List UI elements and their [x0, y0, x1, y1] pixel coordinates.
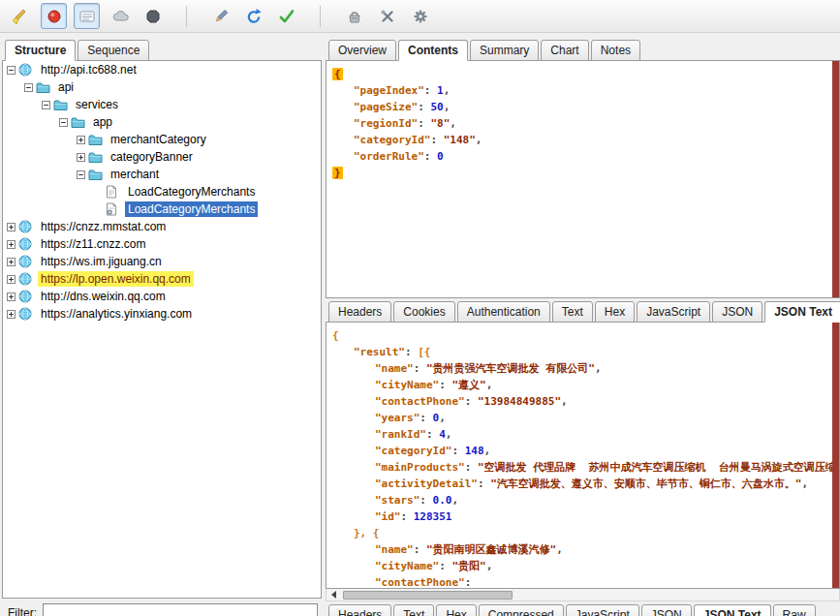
tree-row[interactable]: https://analytics.yinxiang.com [3, 305, 321, 323]
record-button[interactable] [41, 3, 67, 29]
folder-icon [88, 133, 105, 147]
collapse-icon[interactable] [77, 170, 88, 179]
filter-input[interactable] [43, 603, 318, 616]
json-line: "name": "贵州贵强汽车空调批发 有限公司", [327, 360, 839, 377]
tree-label[interactable]: http://dns.weixin.qq.com [38, 289, 169, 304]
scroll-left-button[interactable] [327, 589, 340, 601]
expand-icon[interactable] [77, 136, 88, 144]
doc-gear-icon [106, 202, 122, 217]
json-line: } [327, 165, 839, 181]
validate-button[interactable] [273, 3, 299, 29]
tree-label[interactable]: https://analytics.yinxiang.com [38, 306, 195, 322]
expand-icon[interactable] [7, 258, 18, 266]
tree-label[interactable]: https://z11.cnzz.com [38, 236, 149, 252]
preferences-button[interactable] [407, 3, 433, 29]
response-tab-headers[interactable]: Headers [328, 604, 391, 616]
tree-label[interactable]: http://api.tc688.net [38, 62, 140, 77]
json-line: "id": 128351 [327, 508, 839, 525]
expand-icon[interactable] [7, 310, 18, 319]
throttle-button[interactable] [74, 3, 100, 29]
breakpoints-button[interactable] [107, 3, 133, 29]
tools-button[interactable] [341, 3, 367, 29]
tree-label[interactable]: https://cnzz.mmstat.com [38, 219, 169, 234]
tree-row[interactable]: https://z11.cnzz.com [3, 235, 321, 253]
session-tab-chart[interactable]: Chart [541, 40, 588, 61]
basket-icon [346, 8, 363, 25]
request-scrollbar-thumb[interactable] [832, 61, 839, 297]
request-tab-javascript[interactable]: JavaScript [637, 301, 710, 323]
session-tab-notes[interactable]: Notes [591, 40, 640, 61]
expand-icon[interactable] [77, 153, 88, 162]
request-scrollbar[interactable] [832, 61, 839, 297]
request-json-pane[interactable]: {"pageIndex": 1,"pageSize": 50,"regionId… [326, 60, 840, 298]
request-tab-json-text[interactable]: JSON Text [764, 301, 840, 323]
stop-button[interactable] [140, 3, 166, 29]
request-tab-cookies[interactable]: Cookies [393, 301, 454, 323]
tree-label[interactable]: services [73, 97, 121, 112]
tree-label[interactable]: api [55, 79, 77, 95]
response-json-pane[interactable]: {"result": [{"name": "贵州贵强汽车空调批发 有限公司","… [326, 322, 840, 589]
session-tab-summary[interactable]: Summary [470, 40, 539, 61]
structure-tab-structure[interactable]: Structure [5, 40, 76, 61]
session-tab-contents[interactable]: Contents [398, 40, 468, 61]
tree-row[interactable]: merchantCategory [3, 131, 321, 148]
response-tab-raw[interactable]: Raw [773, 604, 816, 616]
structure-tab-sequence[interactable]: Sequence [78, 40, 149, 61]
response-tab-json[interactable]: JSON [641, 604, 692, 616]
expand-icon[interactable] [7, 275, 18, 284]
response-scrollbar-thumb[interactable] [832, 323, 839, 588]
tree-row[interactable]: https://cnzz.mmstat.com [3, 218, 321, 235]
tree-label[interactable]: LoadCategoryMerchants [125, 201, 258, 217]
tree-label[interactable]: categoryBanner [108, 149, 196, 165]
response-tab-javascript[interactable]: JavaScript [566, 604, 639, 616]
request-tab-hex[interactable]: Hex [595, 301, 635, 323]
tree-row[interactable]: services [3, 96, 321, 113]
collapse-icon[interactable] [24, 83, 36, 92]
tree-label[interactable]: https://lp.open.weixin.qq.com [38, 271, 194, 287]
response-scrollbar[interactable] [832, 323, 839, 588]
collapse-icon[interactable] [7, 66, 18, 75]
tree-label[interactable]: LoadCategoryMerchants [125, 184, 258, 200]
response-tab-text[interactable]: Text [393, 604, 434, 616]
tree-label[interactable]: https://ws.im.jiguang.cn [38, 254, 165, 269]
tree-label[interactable]: app [90, 114, 115, 130]
request-tab-json[interactable]: JSON [712, 301, 762, 323]
tree-row[interactable]: LoadCategoryMerchants [3, 183, 321, 200]
expand-icon[interactable] [7, 293, 18, 301]
response-tab-json-text[interactable]: JSON Text [694, 604, 771, 616]
structure-tree[interactable]: http://api.tc688.netapiservicesappmercha… [2, 60, 322, 599]
pencil-icon [212, 8, 230, 25]
expand-icon[interactable] [7, 223, 18, 231]
clear-button[interactable] [8, 3, 34, 29]
collapse-icon[interactable] [42, 101, 53, 109]
repeat-button[interactable] [240, 3, 266, 29]
globe-icon [18, 255, 35, 269]
tree-row[interactable]: http://dns.weixin.qq.com [3, 288, 321, 305]
tree-row[interactable]: merchant [3, 166, 321, 183]
toolbar-separator [186, 6, 187, 27]
expand-icon[interactable] [7, 240, 18, 249]
hscrollbar-thumb[interactable] [343, 591, 513, 600]
request-tab-authentication[interactable]: Authentication [457, 301, 550, 323]
tree-label[interactable]: merchant [108, 167, 162, 182]
tree-label[interactable]: merchantCategory [108, 132, 209, 147]
compose-button[interactable] [207, 3, 233, 29]
folder-icon [71, 115, 87, 130]
tree-row[interactable]: https://lp.open.weixin.qq.com [3, 270, 321, 288]
tree-row[interactable]: categoryBanner [3, 148, 321, 166]
response-tab-hex[interactable]: Hex [436, 604, 476, 616]
tree-row[interactable]: app [3, 113, 321, 131]
collapse-icon[interactable] [59, 118, 71, 127]
expander-spacer [94, 205, 106, 214]
request-tab-text[interactable]: Text [552, 301, 593, 323]
tree-row[interactable]: https://ws.im.jiguang.cn [3, 253, 321, 270]
response-hscrollbar[interactable] [326, 589, 840, 601]
session-tab-overview[interactable]: Overview [328, 40, 396, 61]
settings-button[interactable] [374, 3, 400, 29]
request-tab-headers[interactable]: Headers [328, 301, 391, 323]
tree-row[interactable]: api [3, 78, 321, 96]
tree-row[interactable]: http://api.tc688.net [3, 61, 321, 78]
response-tab-compressed[interactable]: Compressed [479, 604, 564, 616]
stop-icon [144, 8, 162, 25]
tree-row[interactable]: LoadCategoryMerchants [3, 200, 321, 218]
